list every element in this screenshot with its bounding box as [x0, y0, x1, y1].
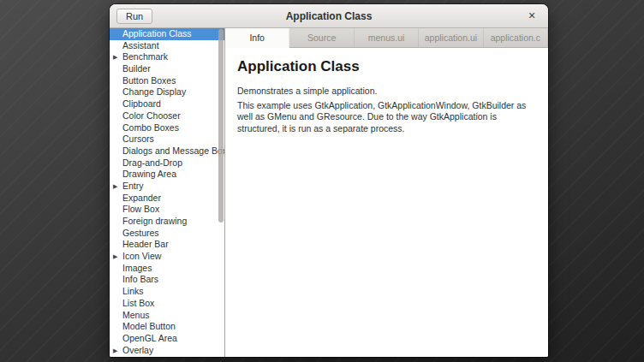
sidebar-item-change-display[interactable]: Change Display: [110, 86, 224, 98]
sidebar-item-label: Flow Box: [122, 204, 159, 214]
sidebar-item-label: Combo Boxes: [122, 122, 179, 133]
sidebar-item-label: Foreign drawing: [122, 216, 187, 226]
sidebar-item-benchmark[interactable]: ▶Benchmark: [110, 51, 224, 63]
expander-icon[interactable]: ▶: [113, 181, 117, 193]
sidebar-item-label: Clipboard: [122, 98, 161, 109]
sidebar-item-label: Button Boxes: [122, 75, 176, 86]
sidebar-item-label: Gestures: [122, 228, 159, 238]
sidebar-item-label: Benchmark: [122, 51, 168, 62]
sidebar-item-model-button[interactable]: Model Button: [110, 321, 224, 333]
sidebar-item-label: List Box: [122, 298, 154, 308]
sidebar-item-label: Assistant: [122, 40, 159, 50]
header-bar: Application Class Run ×: [110, 4, 548, 28]
sidebar-item-label: Menus: [122, 310, 150, 320]
sidebar-scrollbar[interactable]: [218, 29, 224, 223]
sidebar-item-drawing-area[interactable]: Drawing Area: [110, 169, 224, 181]
sidebar-item-label: Cursors: [122, 134, 154, 144]
close-icon[interactable]: ×: [525, 9, 539, 23]
sidebar-item-combo-boxes[interactable]: Combo Boxes: [110, 122, 224, 134]
sidebar-item-builder[interactable]: Builder: [110, 63, 224, 75]
sidebar-item-color-chooser[interactable]: Color Chooser: [110, 110, 224, 122]
tab-application-c[interactable]: application.c: [484, 28, 548, 47]
sidebar-item-clipboard[interactable]: Clipboard: [110, 98, 224, 110]
sidebar-item-overlay[interactable]: ▶Overlay: [110, 345, 224, 357]
sidebar-item-label: Color Chooser: [122, 110, 181, 121]
sidebar-item-label: Change Display: [122, 86, 186, 97]
expander-icon[interactable]: ▶: [113, 251, 117, 263]
window-body: Application ClassAssistant▶BenchmarkBuil…: [110, 28, 548, 357]
sidebar-item-foreign-drawing[interactable]: Foreign drawing: [110, 216, 224, 228]
tab-bar: InfoSourcemenus.uiapplication.uiapplicat…: [225, 28, 548, 48]
sidebar-item-label: Model Button: [122, 321, 176, 331]
sidebar-item-images[interactable]: Images: [110, 263, 224, 275]
demo-list: Application ClassAssistant▶BenchmarkBuil…: [110, 28, 224, 356]
tab-info[interactable]: Info: [225, 28, 289, 48]
sidebar-item-application-class[interactable]: Application Class: [110, 28, 224, 40]
run-button[interactable]: Run: [116, 9, 152, 24]
sidebar-item-label: Dialogs and Message Boxes: [122, 145, 224, 156]
description-line: Demonstrates a simple application.: [237, 86, 536, 98]
sidebar-item-dialogs-and-message-boxes[interactable]: Dialogs and Message Boxes: [110, 145, 224, 157]
sidebar-item-assistant[interactable]: Assistant: [110, 40, 224, 52]
tab-menus-ui[interactable]: menus.ui: [355, 28, 419, 47]
sidebar-item-cursors[interactable]: Cursors: [110, 134, 224, 145]
sidebar-item-label: Drag-and-Drop: [122, 157, 182, 168]
sidebar-item-label: Info Bars: [122, 274, 158, 284]
sidebar-item-button-boxes[interactable]: Button Boxes: [110, 75, 224, 87]
sidebar-item-label: OpenGL Area: [122, 333, 177, 343]
sidebar-item-list-box[interactable]: List Box: [110, 298, 224, 310]
sidebar-item-info-bars[interactable]: Info Bars: [110, 274, 224, 286]
sidebar-item-label: Expander: [122, 193, 161, 203]
sidebar-item-expander[interactable]: Expander: [110, 193, 224, 205]
sidebar-item-flow-box[interactable]: Flow Box: [110, 204, 224, 216]
window-title: Application Class: [110, 10, 548, 22]
sidebar-item-opengl-area[interactable]: OpenGL Area: [110, 333, 224, 345]
sidebar-item-links[interactable]: Links: [110, 286, 224, 298]
expander-icon[interactable]: ▶: [113, 51, 117, 63]
sidebar-item-label: Entry: [122, 181, 144, 191]
sidebar-item-drag-and-drop[interactable]: Drag-and-Drop: [110, 157, 224, 169]
sidebar-item-menus[interactable]: Menus: [110, 310, 224, 322]
expander-icon[interactable]: ▶: [113, 345, 117, 357]
info-page: Application Class Demonstrates a simple …: [225, 48, 548, 357]
sidebar-item-label: Links: [122, 286, 144, 296]
description-body: This example uses GtkApplication, GtkApp…: [237, 100, 536, 135]
sidebar-item-entry[interactable]: ▶Entry: [110, 181, 224, 193]
sidebar-item-label: Overlay: [122, 345, 153, 355]
sidebar-item-label: Images: [122, 263, 152, 273]
sidebar-item-label: Header Bar: [122, 239, 169, 249]
desktop-background: Application Class Run × Application Clas…: [0, 0, 644, 362]
sidebar-item-label: Drawing Area: [122, 169, 176, 179]
sidebar-item-label: Builder: [122, 63, 151, 74]
app-window: Application Class Run × Application Clas…: [110, 4, 548, 357]
sidebar-item-label: Icon View: [122, 251, 161, 261]
tab-source[interactable]: Source: [289, 28, 354, 47]
sidebar-item-label: Application Class: [122, 28, 192, 39]
sidebar-item-header-bar[interactable]: Header Bar: [110, 239, 224, 251]
demo-list-sidebar: Application ClassAssistant▶BenchmarkBuil…: [110, 28, 225, 357]
tab-application-ui[interactable]: application.ui: [419, 28, 483, 47]
sidebar-item-gestures[interactable]: Gestures: [110, 228, 224, 240]
sidebar-item-icon-view[interactable]: ▶Icon View: [110, 251, 224, 263]
content-pane: InfoSourcemenus.uiapplication.uiapplicat…: [225, 28, 548, 357]
page-title: Application Class: [237, 58, 536, 75]
